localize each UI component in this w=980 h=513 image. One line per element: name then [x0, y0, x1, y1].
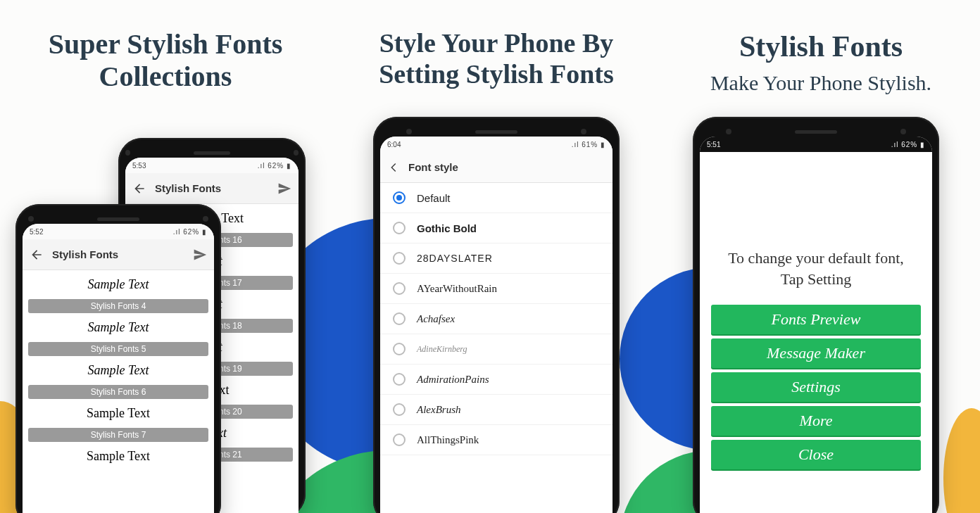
- radio-icon[interactable]: [393, 373, 406, 386]
- appbar-title: Stylish Fonts: [155, 182, 221, 194]
- panel1-headline: Super Stylish Fonts Collections: [0, 28, 331, 93]
- status-time: 5:52: [30, 228, 43, 236]
- radio-icon[interactable]: [393, 433, 406, 446]
- status-time: 5:53: [132, 162, 146, 170]
- status-signal: .ıl 61% ▮: [572, 141, 605, 148]
- font-option-row[interactable]: AdmirationPains: [380, 365, 612, 395]
- font-option-row[interactable]: AllThingsPink: [380, 425, 612, 455]
- radio-icon[interactable]: [393, 403, 406, 416]
- radio-icon[interactable]: [393, 222, 406, 234]
- status-time: 6:04: [387, 141, 401, 148]
- font-sample[interactable]: Sample Text: [23, 313, 214, 342]
- panel3-headline: Stylish Fonts Make Your Phone Stylish.: [662, 30, 980, 98]
- status-signal: .ıl 62% ▮: [891, 141, 925, 148]
- font-option-row[interactable]: AlexBrush: [380, 395, 612, 425]
- message-maker-button[interactable]: Message Maker: [711, 338, 921, 368]
- status-bar: 6:04 .ıl 61% ▮: [380, 137, 612, 152]
- appbar-title: Font style: [408, 161, 458, 173]
- font-label: Stylish Fonts 5: [28, 342, 208, 356]
- font-sample[interactable]: Sample Text: [23, 356, 214, 385]
- font-label: Stylish Fonts 6: [28, 385, 208, 399]
- font-sample[interactable]: Sample Text: [23, 399, 214, 428]
- radio-icon[interactable]: [393, 282, 406, 295]
- send-icon[interactable]: [193, 248, 207, 262]
- radio-icon[interactable]: [393, 191, 406, 204]
- font-label: Stylish Fonts 7: [28, 428, 208, 442]
- font-label: Stylish Fonts 4: [28, 299, 208, 313]
- back-icon[interactable]: [132, 182, 146, 196]
- status-bar: 5:51 .ıl 62% ▮: [700, 137, 932, 152]
- status-signal: .ıl 62% ▮: [173, 228, 207, 236]
- font-option-row[interactable]: 28DaysLater: [380, 243, 612, 274]
- font-option-row[interactable]: AYearWithoutRain: [380, 274, 612, 304]
- settings-button[interactable]: Settings: [711, 372, 921, 402]
- bg-blob: [943, 408, 980, 513]
- close-button[interactable]: Close: [711, 440, 921, 469]
- font-option-label: Gothic Bold: [417, 222, 477, 234]
- font-sample[interactable]: Sample Text: [23, 442, 214, 471]
- font-option-label: Achafsex: [417, 313, 455, 325]
- status-bar: 5:53 .ıl 62% ▮: [125, 158, 299, 173]
- send-icon[interactable]: [277, 182, 291, 196]
- font-option-row[interactable]: Achafsex: [380, 304, 612, 334]
- instruction-text: To change your default font, Tap Setting: [700, 229, 932, 300]
- chevron-left-icon[interactable]: [387, 161, 400, 174]
- radio-icon[interactable]: [393, 252, 406, 265]
- font-option-row[interactable]: Default: [380, 183, 612, 213]
- panel2-headline: Style Your Phone By Setting Stylish Font…: [331, 28, 662, 89]
- radio-icon[interactable]: [393, 312, 406, 325]
- font-option-label: AdmirationPains: [417, 374, 489, 386]
- font-option-row[interactable]: AdineKirnberg: [380, 334, 612, 365]
- fonts-preview-button[interactable]: Fonts Preview: [711, 305, 921, 334]
- font-option-row[interactable]: Gothic Bold: [380, 213, 612, 243]
- font-option-label: 28DaysLater: [417, 253, 493, 264]
- font-option-label: Default: [417, 192, 451, 204]
- appbar-title: Stylish Fonts: [52, 248, 118, 260]
- font-option-label: AYearWithoutRain: [417, 283, 497, 295]
- font-option-label: AllThingsPink: [417, 434, 479, 446]
- font-option-label: AlexBrush: [417, 404, 460, 416]
- status-time: 5:51: [707, 141, 720, 148]
- back-icon[interactable]: [30, 248, 44, 262]
- status-bar: 5:52 .ıl 62% ▮: [23, 224, 214, 239]
- font-option-label: AdineKirnberg: [417, 344, 467, 355]
- font-sample[interactable]: Sample Text: [23, 270, 214, 299]
- more-button[interactable]: More: [711, 406, 921, 436]
- radio-icon[interactable]: [393, 343, 406, 355]
- status-signal: .ıl 62% ▮: [258, 162, 291, 170]
